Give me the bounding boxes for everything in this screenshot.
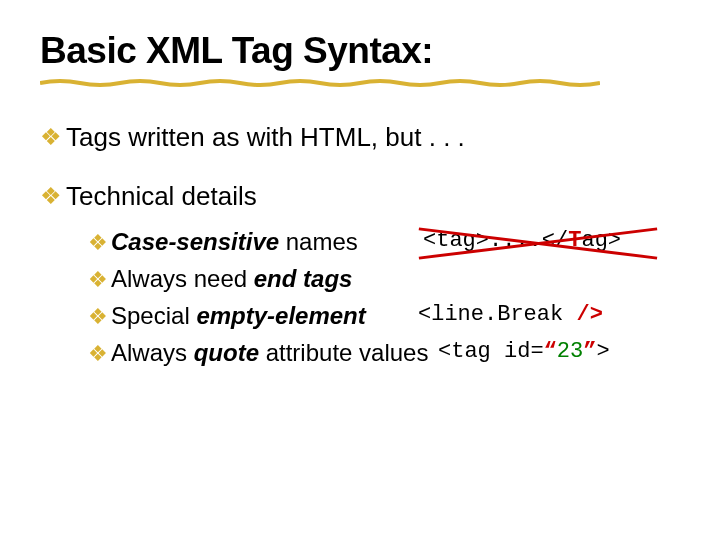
code-highlight-text: “ [544, 339, 557, 364]
slide-container: Basic XML Tag Syntax: ❖ Tags written as … [0, 0, 720, 368]
strikethrough-x-icon [418, 226, 658, 258]
bullet-level1: ❖ Technical details [40, 181, 680, 212]
code-highlight-text: /> [576, 302, 602, 327]
emphasis-text: Case-sensitive [111, 228, 279, 255]
code-value-text: 23 [557, 339, 583, 364]
bullet-text: Technical details [66, 181, 257, 212]
bullet-icon: ❖ [88, 303, 108, 331]
sub-bullet-text: Case-sensitive names [111, 228, 358, 256]
bullet-text: Tags written as with HTML, but . . . [66, 122, 465, 153]
code-highlight-text: ” [583, 339, 596, 364]
sub-bullet: ❖ Always need end tags [88, 265, 680, 294]
plain-text: names [279, 228, 358, 255]
code-example-quote: <tag id=“23”> [438, 339, 610, 364]
bullet-icon: ❖ [88, 229, 108, 257]
plain-text: Special [111, 302, 196, 329]
plain-text: Always need [111, 265, 254, 292]
plain-text: Always [111, 339, 194, 366]
plain-text: attribute values [259, 339, 428, 366]
bullet-icon: ❖ [40, 181, 62, 211]
code-example-empty: <line.Break /> [418, 302, 603, 327]
code-text: <tag id= [438, 339, 544, 364]
sub-bullet-text: Always quote attribute values [111, 339, 428, 367]
slide-body: ❖ Tags written as with HTML, but . . . ❖… [40, 122, 680, 368]
sub-bullet-text: Always need end tags [111, 265, 352, 293]
code-text: <line.Break [418, 302, 576, 327]
sub-bullet: ❖ Special empty-element <line.Break /> [88, 302, 680, 331]
sub-bullet: ❖ Always quote attribute values <tag id=… [88, 339, 680, 368]
sub-bullet-list: ❖ Case-sensitive names <tag>....</Tag> ❖… [88, 228, 680, 368]
sub-bullet-text: Special empty-element [111, 302, 366, 330]
emphasis-text: empty-element [196, 302, 365, 329]
bullet-icon: ❖ [88, 340, 108, 368]
bullet-level1: ❖ Tags written as with HTML, but . . . [40, 122, 680, 153]
slide-title: Basic XML Tag Syntax: [40, 30, 680, 72]
code-text: > [596, 339, 609, 364]
bullet-icon: ❖ [88, 266, 108, 294]
sub-bullet: ❖ Case-sensitive names <tag>....</Tag> [88, 228, 680, 257]
emphasis-text: quote [194, 339, 259, 366]
title-underline [40, 78, 600, 88]
bullet-icon: ❖ [40, 122, 62, 152]
emphasis-text: end tags [254, 265, 353, 292]
